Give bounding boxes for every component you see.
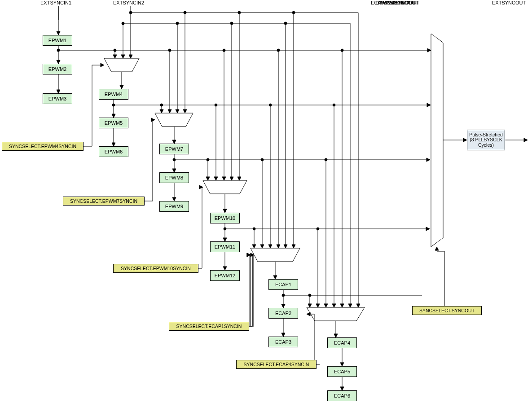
svg-marker-59 xyxy=(101,63,104,67)
svg-marker-40 xyxy=(427,48,431,52)
epwm12-block: EPWM12 xyxy=(210,270,240,281)
syncselect-syncout: SYNCSELECT.SYNCOUT xyxy=(412,306,482,315)
svg-marker-118 xyxy=(273,276,277,279)
svg-marker-98 xyxy=(324,304,328,307)
svg-marker-132 xyxy=(308,304,312,307)
syncselect-epwm10syncin: SYNCSELECT.EPWM10SYNCIN xyxy=(113,264,198,273)
epwm5-block: EPWM5 xyxy=(99,118,128,128)
syncselect-ecap4syncin: SYNCSELECT.ECAP4SYNCIN xyxy=(236,360,317,369)
epwm3-block: EPWM3 xyxy=(43,93,72,104)
extsyncout-label: EXTSYNCOUT xyxy=(492,0,526,5)
svg-marker-123 xyxy=(247,253,251,257)
svg-marker-102 xyxy=(199,185,203,189)
svg-marker-6 xyxy=(57,90,60,93)
svg-marker-37 xyxy=(348,304,352,307)
svg-marker-78 xyxy=(332,304,336,307)
svg-marker-20 xyxy=(292,245,295,248)
svg-marker-3 xyxy=(57,60,60,64)
svg-marker-56 xyxy=(104,58,139,72)
ecap2-block: ECAP2 xyxy=(268,308,298,319)
svg-marker-51 xyxy=(222,177,226,180)
svg-marker-116 xyxy=(251,248,300,262)
extsyncin1-label: EXTSYNCIN1 xyxy=(40,0,71,5)
svg-marker-31 xyxy=(176,109,179,113)
ecap1syncout-label: ECAP1SYNCOUT xyxy=(371,0,411,5)
epwm4-block: EPWM4 xyxy=(99,89,128,100)
svg-marker-74 xyxy=(214,177,218,180)
svg-marker-58 xyxy=(120,85,123,89)
svg-marker-145 xyxy=(524,138,528,142)
svg-marker-61 xyxy=(112,114,115,118)
svg-marker-146 xyxy=(435,247,439,250)
svg-marker-79 xyxy=(155,113,193,127)
epwm8-block: EPWM8 xyxy=(159,172,189,183)
pulse-stretched-block: Pulse-Stretched (8 PLLSYSCLK Cycles) xyxy=(467,130,505,150)
svg-marker-29 xyxy=(121,55,125,58)
svg-marker-104 xyxy=(223,238,227,241)
ecap4-block: ECAP4 xyxy=(327,337,357,348)
svg-marker-133 xyxy=(307,307,365,321)
epwm6-block: EPWM6 xyxy=(99,146,128,157)
svg-marker-64 xyxy=(112,143,115,146)
svg-marker-66 xyxy=(427,103,431,107)
epwm11-block: EPWM11 xyxy=(210,241,240,252)
svg-marker-89 xyxy=(426,158,430,162)
svg-marker-136 xyxy=(307,312,310,316)
svg-marker-138 xyxy=(340,363,344,366)
syncselect-epwm4syncin: SYNCSELECT.EPWM4SYNCIN xyxy=(2,142,84,151)
svg-marker-1 xyxy=(57,31,60,35)
extsyncin2-label: EXTSYNCIN2 xyxy=(113,0,144,5)
svg-marker-101 xyxy=(223,209,227,213)
epwm7-block: EPWM7 xyxy=(159,144,189,154)
svg-marker-125 xyxy=(281,304,285,308)
svg-marker-35 xyxy=(284,245,287,248)
ecap5-block: ECAP5 xyxy=(327,366,357,377)
svg-marker-96 xyxy=(260,245,264,248)
svg-marker-113 xyxy=(252,245,256,248)
epwm10-block: EPWM10 xyxy=(210,213,240,223)
svg-marker-49 xyxy=(168,109,171,113)
svg-marker-94 xyxy=(206,177,210,180)
svg-marker-109 xyxy=(426,227,430,231)
svg-marker-81 xyxy=(172,140,176,144)
ecap1-block: ECAP1 xyxy=(268,279,298,290)
svg-marker-18 xyxy=(237,177,241,180)
epwm1-block: EPWM1 xyxy=(43,35,72,46)
svg-marker-53 xyxy=(277,245,280,248)
svg-marker-55 xyxy=(340,304,344,307)
svg-marker-33 xyxy=(230,177,233,180)
svg-marker-140 xyxy=(340,387,344,390)
svg-marker-76 xyxy=(268,245,272,248)
svg-marker-141 xyxy=(431,34,443,247)
svg-marker-16 xyxy=(183,109,187,113)
syncselect-ecap1syncin: SYNCSELECT.ECAP1SYNCIN xyxy=(169,322,249,331)
svg-marker-72 xyxy=(160,109,163,113)
svg-marker-14 xyxy=(129,55,132,58)
svg-marker-47 xyxy=(113,55,117,58)
svg-marker-87 xyxy=(172,197,176,201)
svg-marker-128 xyxy=(281,333,285,337)
svg-marker-82 xyxy=(151,118,155,122)
svg-marker-99 xyxy=(203,180,247,194)
svg-marker-22 xyxy=(356,304,360,307)
epwm2-block: EPWM2 xyxy=(43,64,72,74)
svg-marker-107 xyxy=(223,267,227,270)
svg-marker-84 xyxy=(172,169,176,172)
svg-marker-143 xyxy=(463,138,467,142)
svg-marker-115 xyxy=(316,304,320,307)
ecap3-block: ECAP3 xyxy=(268,337,298,347)
svg-marker-135 xyxy=(334,334,338,337)
ecap6-block: ECAP6 xyxy=(327,390,357,401)
epwm9-block: EPWM9 xyxy=(159,201,189,212)
syncselect-epwm7syncin: SYNCSELECT.EPWM7SYNCIN xyxy=(63,197,145,206)
